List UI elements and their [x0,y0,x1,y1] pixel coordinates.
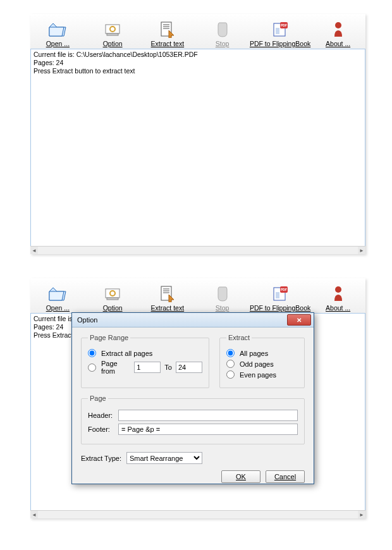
extract-button[interactable]: Extract text [140,278,195,313]
radio-all-pages-label: All pages [240,350,268,357]
scroll-right-icon[interactable]: ► [358,511,365,518]
status-line-1: Current file is: C:\Users\lachance\Deskt… [34,51,362,59]
ok-button[interactable]: OK [221,470,260,483]
stop-icon [216,284,229,304]
person-icon [333,284,344,304]
radio-odd-pages[interactable] [226,360,235,368]
pdf-to-flippingbook-button[interactable]: PDF PDF to FlippingBook [250,14,310,49]
open-label: Open ... [46,304,70,312]
horizontal-scrollbar[interactable]: ◄ ► [30,510,365,518]
page-group: Page Header: Footer: [81,394,305,444]
radio-page-from[interactable] [88,364,96,372]
pdf2flip-label: PDF to FlippingBook [250,304,310,312]
option-button[interactable]: Option [85,14,140,49]
pdf-book-icon: PDF [272,20,288,40]
header-input[interactable] [118,410,298,421]
pdf2flip-label: PDF to FlippingBook [250,40,310,47]
status-line-3: Press Extract button to extract text [34,67,362,75]
scroll-left-icon[interactable]: ◄ [30,511,38,518]
radio-all-pages[interactable] [226,349,235,357]
horizontal-scrollbar[interactable]: ◄ ► [30,246,365,254]
folder-open-icon [48,284,67,304]
folder-open-icon [48,20,67,40]
extract-group: Extract All pages Odd pages Even pages [219,334,305,388]
page-legend: Page [88,394,108,402]
to-label: To [164,364,172,371]
option-label: Option [103,304,123,312]
scroll-left-icon[interactable]: ◄ [30,247,38,254]
option-dialog: Option ✕ Page Range Extract all pages Pa… [71,312,314,484]
extract-label: Extract text [151,40,185,47]
radio-extract-all-label: Extract all pages [101,350,152,357]
dialog-titlebar[interactable]: Option ✕ [72,313,314,327]
stop-button: Stop [195,278,250,313]
open-button[interactable]: Open ... [30,14,85,49]
footer-input[interactable] [118,424,298,435]
person-icon [333,20,344,40]
stop-icon [216,20,229,40]
header-label: Header: [88,412,114,419]
about-label: About ... [326,40,350,47]
stop-button: Stop [195,14,250,49]
toolbar: Open ... Option Extract text Stop PDF PD… [30,278,365,314]
close-icon: ✕ [297,317,302,324]
radio-extract-all-pages[interactable] [88,349,96,357]
scroll-right-icon[interactable]: ► [358,247,365,254]
toolbar: Open ... Option Extract text Stop PDF PD… [30,14,365,49]
page-from-input[interactable] [134,362,161,373]
page-range-legend: Page Range [88,334,130,341]
extract-text-icon [160,284,175,304]
option-button[interactable]: Option [85,278,140,313]
close-button[interactable]: ✕ [287,314,311,326]
option-label: Option [103,40,123,47]
pdf-to-flippingbook-button[interactable]: PDF PDF to FlippingBook [250,278,310,313]
gear-icon [104,284,121,304]
extract-type-label: Extract Type: [81,455,121,462]
svg-text:PDF: PDF [281,288,287,291]
extract-button[interactable]: Extract text [140,14,195,49]
page-range-group: Page Range Extract all pages Page from T… [81,334,209,388]
dialog-body: Page Range Extract all pages Page from T… [72,327,314,488]
footer-label: Footer: [88,425,114,433]
svg-point-21 [335,286,341,293]
main-window-1: Open ... Option Extract text Stop PDF PD… [30,14,365,254]
stop-label: Stop [216,40,230,47]
dialog-title: Option [77,316,97,324]
status-line-2: Pages: 24 [34,59,362,67]
cancel-button[interactable]: Cancel [266,470,305,483]
radio-page-from-label: Page from [101,360,130,375]
about-button[interactable]: About ... [310,278,365,313]
svg-point-10 [335,22,341,28]
extract-legend: Extract [226,334,252,341]
svg-rect-2 [107,34,118,35]
gear-icon [104,20,121,40]
page-to-input[interactable] [176,362,202,373]
pdf-book-icon: PDF [272,284,288,304]
svg-text:PDF: PDF [281,23,287,27]
radio-even-pages-label: Even pages [240,371,276,379]
radio-even-pages[interactable] [226,370,235,379]
about-label: About ... [326,304,350,312]
about-button[interactable]: About ... [310,14,365,49]
stop-label: Stop [216,304,230,312]
open-label: Open ... [46,40,70,47]
svg-rect-13 [107,298,118,300]
extract-text-icon [160,20,175,40]
log-area: Current file is: C:\Users\lachance\Deskt… [30,49,365,247]
radio-odd-pages-label: Odd pages [240,360,274,368]
open-button[interactable]: Open ... [30,278,85,313]
extract-type-select[interactable]: Smart Rearrange [126,452,202,464]
extract-label: Extract text [151,304,185,312]
